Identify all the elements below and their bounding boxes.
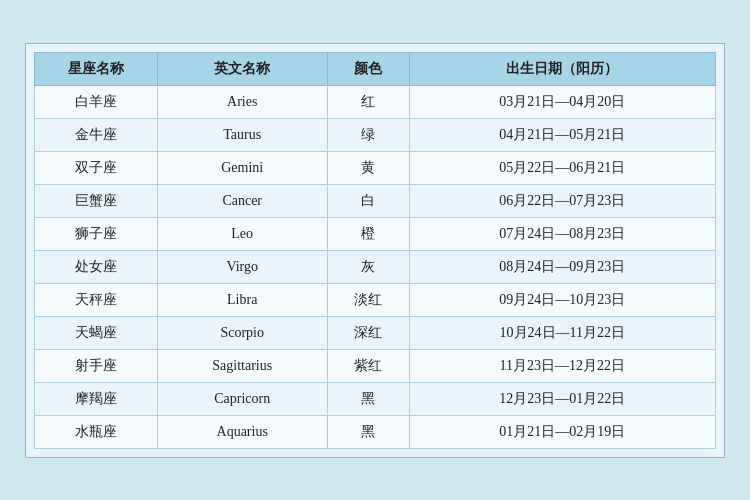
cell-en-name: Libra: [157, 283, 327, 316]
table-row: 双子座Gemini黄05月22日—06月21日: [35, 151, 716, 184]
cell-en-name: Leo: [157, 217, 327, 250]
cell-zh-name: 天蝎座: [35, 316, 158, 349]
cell-date: 04月21日—05月21日: [409, 118, 715, 151]
header-en-name: 英文名称: [157, 52, 327, 85]
cell-color: 紫红: [327, 349, 409, 382]
cell-en-name: Virgo: [157, 250, 327, 283]
cell-color: 黑: [327, 415, 409, 448]
cell-en-name: Aries: [157, 85, 327, 118]
table-row: 金牛座Taurus绿04月21日—05月21日: [35, 118, 716, 151]
cell-zh-name: 金牛座: [35, 118, 158, 151]
table-row: 天蝎座Scorpio深红10月24日—11月22日: [35, 316, 716, 349]
cell-date: 05月22日—06月21日: [409, 151, 715, 184]
cell-date: 09月24日—10月23日: [409, 283, 715, 316]
cell-zh-name: 水瓶座: [35, 415, 158, 448]
cell-date: 08月24日—09月23日: [409, 250, 715, 283]
cell-date: 11月23日—12月22日: [409, 349, 715, 382]
cell-en-name: Cancer: [157, 184, 327, 217]
table-row: 处女座Virgo灰08月24日—09月23日: [35, 250, 716, 283]
cell-en-name: Capricorn: [157, 382, 327, 415]
cell-en-name: Taurus: [157, 118, 327, 151]
header-zh-name: 星座名称: [35, 52, 158, 85]
cell-color: 淡红: [327, 283, 409, 316]
cell-date: 03月21日—04月20日: [409, 85, 715, 118]
table-row: 摩羯座Capricorn黑12月23日—01月22日: [35, 382, 716, 415]
cell-date: 07月24日—08月23日: [409, 217, 715, 250]
cell-en-name: Sagittarius: [157, 349, 327, 382]
cell-color: 绿: [327, 118, 409, 151]
table-header-row: 星座名称 英文名称 颜色 出生日期（阳历）: [35, 52, 716, 85]
header-color: 颜色: [327, 52, 409, 85]
table-row: 白羊座Aries红03月21日—04月20日: [35, 85, 716, 118]
cell-zh-name: 巨蟹座: [35, 184, 158, 217]
cell-color: 深红: [327, 316, 409, 349]
cell-date: 01月21日—02月19日: [409, 415, 715, 448]
table-row: 射手座Sagittarius紫红11月23日—12月22日: [35, 349, 716, 382]
cell-zh-name: 处女座: [35, 250, 158, 283]
cell-en-name: Gemini: [157, 151, 327, 184]
cell-zh-name: 射手座: [35, 349, 158, 382]
cell-color: 橙: [327, 217, 409, 250]
cell-color: 红: [327, 85, 409, 118]
cell-en-name: Aquarius: [157, 415, 327, 448]
cell-zh-name: 摩羯座: [35, 382, 158, 415]
cell-zh-name: 双子座: [35, 151, 158, 184]
table-row: 巨蟹座Cancer白06月22日—07月23日: [35, 184, 716, 217]
cell-zh-name: 天秤座: [35, 283, 158, 316]
cell-date: 10月24日—11月22日: [409, 316, 715, 349]
cell-color: 白: [327, 184, 409, 217]
table-row: 狮子座Leo橙07月24日—08月23日: [35, 217, 716, 250]
cell-date: 12月23日—01月22日: [409, 382, 715, 415]
table-row: 天秤座Libra淡红09月24日—10月23日: [35, 283, 716, 316]
cell-date: 06月22日—07月23日: [409, 184, 715, 217]
cell-zh-name: 狮子座: [35, 217, 158, 250]
cell-color: 黄: [327, 151, 409, 184]
cell-en-name: Scorpio: [157, 316, 327, 349]
cell-zh-name: 白羊座: [35, 85, 158, 118]
header-date: 出生日期（阳历）: [409, 52, 715, 85]
cell-color: 黑: [327, 382, 409, 415]
zodiac-table-container: 星座名称 英文名称 颜色 出生日期（阳历） 白羊座Aries红03月21日—04…: [25, 43, 725, 458]
cell-color: 灰: [327, 250, 409, 283]
table-row: 水瓶座Aquarius黑01月21日—02月19日: [35, 415, 716, 448]
zodiac-table: 星座名称 英文名称 颜色 出生日期（阳历） 白羊座Aries红03月21日—04…: [34, 52, 716, 449]
